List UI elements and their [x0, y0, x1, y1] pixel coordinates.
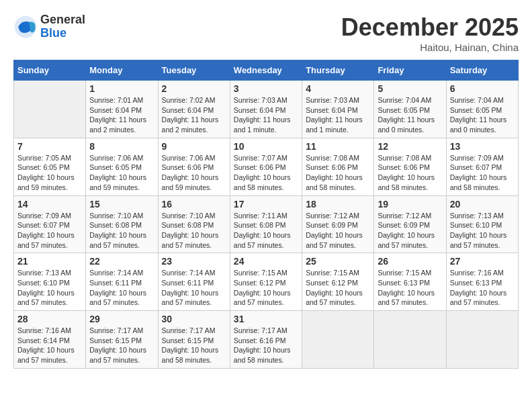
calendar-cell: 21Sunrise: 7:13 AM Sunset: 6:10 PM Dayli…: [14, 253, 86, 311]
calendar-cell: [14, 81, 86, 138]
header-friday: Friday: [374, 60, 446, 81]
day-number: 20: [450, 199, 515, 210]
day-number: 21: [17, 256, 82, 267]
day-info: Sunrise: 7:16 AM Sunset: 6:14 PM Dayligh…: [17, 326, 82, 365]
logo-blue-text: Blue: [40, 27, 85, 40]
calendar-cell: 14Sunrise: 7:09 AM Sunset: 6:07 PM Dayli…: [14, 195, 86, 253]
day-number: 26: [378, 256, 442, 267]
title-area: December 2025 Haitou, Hainan, China: [341, 13, 519, 53]
calendar-cell: 5Sunrise: 7:04 AM Sunset: 6:05 PM Daylig…: [374, 81, 446, 138]
header-saturday: Saturday: [446, 60, 518, 81]
calendar-table: SundayMondayTuesdayWednesdayThursdayFrid…: [13, 60, 519, 369]
day-number: 28: [17, 314, 82, 324]
day-info: Sunrise: 7:17 AM Sunset: 6:15 PM Dayligh…: [89, 326, 154, 365]
month-title: December 2025: [341, 13, 519, 42]
calendar-cell: 1Sunrise: 7:01 AM Sunset: 6:04 PM Daylig…: [86, 81, 158, 138]
day-number: 23: [162, 256, 226, 267]
day-number: 24: [234, 256, 298, 267]
day-info: Sunrise: 7:15 AM Sunset: 6:12 PM Dayligh…: [234, 268, 298, 308]
calendar-cell: 4Sunrise: 7:03 AM Sunset: 6:04 PM Daylig…: [302, 81, 374, 138]
day-number: 27: [450, 256, 515, 267]
day-info: Sunrise: 7:09 AM Sunset: 6:07 PM Dayligh…: [17, 211, 82, 250]
header-wednesday: Wednesday: [230, 60, 302, 81]
calendar-cell: 13Sunrise: 7:09 AM Sunset: 6:07 PM Dayli…: [446, 138, 518, 195]
page-header: General Blue December 2025 Haitou, Haina…: [13, 13, 519, 53]
day-info: Sunrise: 7:03 AM Sunset: 6:04 PM Dayligh…: [234, 95, 298, 135]
day-number: 10: [234, 141, 298, 152]
calendar-week-row: 28Sunrise: 7:16 AM Sunset: 6:14 PM Dayli…: [14, 311, 519, 369]
calendar-week-row: 14Sunrise: 7:09 AM Sunset: 6:07 PM Dayli…: [14, 195, 519, 253]
day-info: Sunrise: 7:08 AM Sunset: 6:06 PM Dayligh…: [306, 153, 370, 193]
calendar-cell: 18Sunrise: 7:12 AM Sunset: 6:09 PM Dayli…: [302, 195, 374, 253]
day-info: Sunrise: 7:02 AM Sunset: 6:04 PM Dayligh…: [162, 95, 226, 135]
calendar-cell: 17Sunrise: 7:11 AM Sunset: 6:08 PM Dayli…: [230, 195, 302, 253]
day-info: Sunrise: 7:06 AM Sunset: 6:05 PM Dayligh…: [89, 153, 154, 193]
day-number: 25: [306, 256, 370, 267]
logo-general-text: General: [40, 13, 85, 27]
day-info: Sunrise: 7:11 AM Sunset: 6:08 PM Dayligh…: [234, 211, 298, 250]
day-number: 30: [162, 314, 226, 324]
calendar-week-row: 7Sunrise: 7:05 AM Sunset: 6:05 PM Daylig…: [14, 138, 519, 195]
day-info: Sunrise: 7:10 AM Sunset: 6:08 PM Dayligh…: [162, 211, 226, 250]
calendar-cell: 25Sunrise: 7:15 AM Sunset: 6:12 PM Dayli…: [302, 253, 374, 311]
day-info: Sunrise: 7:17 AM Sunset: 6:16 PM Dayligh…: [234, 326, 298, 365]
day-info: Sunrise: 7:14 AM Sunset: 6:11 PM Dayligh…: [162, 268, 226, 308]
day-info: Sunrise: 7:03 AM Sunset: 6:04 PM Dayligh…: [306, 95, 370, 135]
day-info: Sunrise: 7:10 AM Sunset: 6:08 PM Dayligh…: [89, 211, 154, 250]
calendar-cell: 24Sunrise: 7:15 AM Sunset: 6:12 PM Dayli…: [230, 253, 302, 311]
calendar-cell: 15Sunrise: 7:10 AM Sunset: 6:08 PM Dayli…: [86, 195, 158, 253]
day-info: Sunrise: 7:12 AM Sunset: 6:09 PM Dayligh…: [378, 211, 442, 250]
logo-icon: [13, 15, 38, 39]
day-number: 2: [162, 83, 226, 94]
header-monday: Monday: [86, 60, 158, 81]
calendar-cell: 6Sunrise: 7:04 AM Sunset: 6:05 PM Daylig…: [446, 81, 518, 138]
day-number: 29: [89, 314, 154, 324]
calendar-cell: 16Sunrise: 7:10 AM Sunset: 6:08 PM Dayli…: [158, 195, 230, 253]
calendar-cell: 3Sunrise: 7:03 AM Sunset: 6:04 PM Daylig…: [230, 81, 302, 138]
day-info: Sunrise: 7:12 AM Sunset: 6:09 PM Dayligh…: [306, 211, 370, 250]
header-sunday: Sunday: [14, 60, 86, 81]
calendar-cell: [446, 311, 518, 369]
day-info: Sunrise: 7:08 AM Sunset: 6:06 PM Dayligh…: [378, 153, 442, 193]
day-number: 9: [162, 141, 226, 152]
day-info: Sunrise: 7:04 AM Sunset: 6:05 PM Dayligh…: [450, 95, 515, 135]
day-number: 14: [17, 199, 82, 210]
day-info: Sunrise: 7:14 AM Sunset: 6:11 PM Dayligh…: [89, 268, 154, 308]
day-number: 7: [17, 141, 82, 152]
calendar-cell: 23Sunrise: 7:14 AM Sunset: 6:11 PM Dayli…: [158, 253, 230, 311]
calendar-cell: 7Sunrise: 7:05 AM Sunset: 6:05 PM Daylig…: [14, 138, 86, 195]
day-info: Sunrise: 7:01 AM Sunset: 6:04 PM Dayligh…: [89, 95, 154, 135]
day-number: 13: [450, 141, 515, 152]
calendar-cell: 31Sunrise: 7:17 AM Sunset: 6:16 PM Dayli…: [230, 311, 302, 369]
day-info: Sunrise: 7:06 AM Sunset: 6:06 PM Dayligh…: [162, 153, 226, 193]
calendar-cell: 19Sunrise: 7:12 AM Sunset: 6:09 PM Dayli…: [374, 195, 446, 253]
logo: General Blue: [13, 13, 85, 40]
day-number: 4: [306, 83, 370, 94]
calendar-cell: 11Sunrise: 7:08 AM Sunset: 6:06 PM Dayli…: [302, 138, 374, 195]
day-number: 19: [378, 199, 442, 210]
day-number: 8: [89, 141, 154, 152]
calendar-cell: 10Sunrise: 7:07 AM Sunset: 6:06 PM Dayli…: [230, 138, 302, 195]
day-info: Sunrise: 7:07 AM Sunset: 6:06 PM Dayligh…: [234, 153, 298, 193]
day-info: Sunrise: 7:15 AM Sunset: 6:12 PM Dayligh…: [306, 268, 370, 308]
day-number: 17: [234, 199, 298, 210]
header-thursday: Thursday: [302, 60, 374, 81]
day-info: Sunrise: 7:09 AM Sunset: 6:07 PM Dayligh…: [450, 153, 515, 193]
day-info: Sunrise: 7:13 AM Sunset: 6:10 PM Dayligh…: [450, 211, 515, 250]
calendar-cell: 30Sunrise: 7:17 AM Sunset: 6:15 PM Dayli…: [158, 311, 230, 369]
calendar-cell: 8Sunrise: 7:06 AM Sunset: 6:05 PM Daylig…: [86, 138, 158, 195]
header-tuesday: Tuesday: [158, 60, 230, 81]
calendar-cell: 12Sunrise: 7:08 AM Sunset: 6:06 PM Dayli…: [374, 138, 446, 195]
day-number: 15: [89, 199, 154, 210]
day-number: 3: [234, 83, 298, 94]
day-info: Sunrise: 7:17 AM Sunset: 6:15 PM Dayligh…: [162, 326, 226, 365]
calendar-cell: 29Sunrise: 7:17 AM Sunset: 6:15 PM Dayli…: [86, 311, 158, 369]
calendar-cell: 26Sunrise: 7:15 AM Sunset: 6:13 PM Dayli…: [374, 253, 446, 311]
day-number: 18: [306, 199, 370, 210]
calendar-cell: 28Sunrise: 7:16 AM Sunset: 6:14 PM Dayli…: [14, 311, 86, 369]
day-number: 11: [306, 141, 370, 152]
calendar-cell: [374, 311, 446, 369]
day-number: 5: [378, 83, 442, 94]
day-info: Sunrise: 7:15 AM Sunset: 6:13 PM Dayligh…: [378, 268, 442, 308]
location-text: Haitou, Hainan, China: [341, 42, 519, 53]
